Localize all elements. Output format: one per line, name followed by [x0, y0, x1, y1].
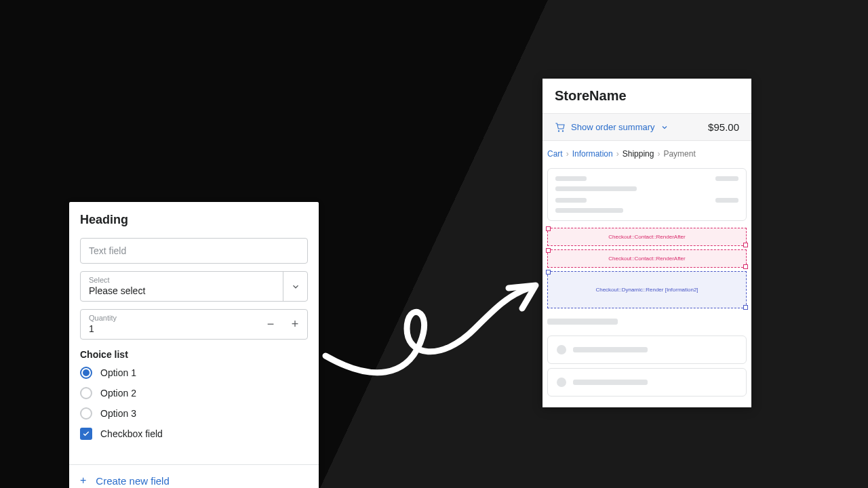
chevron-right-icon: ›: [566, 149, 569, 159]
choice-list-heading: Choice list: [80, 349, 308, 360]
create-field-button[interactable]: Create new field: [96, 475, 169, 487]
chevron-right-icon: ›: [657, 149, 660, 159]
select-chevron-icon: [283, 272, 307, 301]
select-label: Select: [89, 276, 275, 284]
text-field-input[interactable]: Text field: [80, 238, 308, 264]
quantity-label: Quantity: [89, 314, 250, 322]
checkbox-field[interactable]: Checkbox field: [80, 428, 308, 440]
quantity-plus-button[interactable]: +: [283, 310, 307, 339]
shipping-section-heading: [542, 312, 751, 331]
breadcrumb-cart[interactable]: Cart: [547, 149, 563, 159]
radio-icon: [80, 407, 92, 420]
checkbox-icon: [80, 428, 92, 440]
quantity-value: 1: [89, 323, 94, 334]
radio-label: Option 2: [100, 388, 136, 399]
shipping-option-1[interactable]: [547, 336, 747, 364]
radio-label: Option 3: [100, 408, 136, 419]
breadcrumb-payment: Payment: [663, 149, 695, 159]
checkbox-label: Checkbox field: [100, 428, 163, 439]
radio-option-2[interactable]: Option 2: [80, 387, 308, 399]
extension-zone-contact-after-1: Checkout::Contact::RenderAfter: [547, 228, 747, 246]
shipping-option-2[interactable]: [547, 368, 747, 396]
checkout-preview-panel: StoreName Show order summary $95.00 Cart…: [542, 79, 751, 407]
summary-toggle-label: Show order summary: [571, 122, 655, 132]
chevron-right-icon: ›: [616, 149, 619, 159]
order-summary-bar[interactable]: Show order summary $95.00: [542, 113, 751, 141]
radio-icon: [80, 367, 92, 379]
chevron-down-icon: [660, 123, 669, 131]
plus-icon: +: [80, 474, 86, 487]
radio-option-1[interactable]: Option 1: [80, 367, 308, 379]
cart-icon: [555, 122, 566, 133]
quantity-stepper[interactable]: Quantity 1 − +: [80, 309, 308, 340]
panel-footer: + Create new field: [69, 464, 319, 488]
form-builder-panel: Heading Text field Select Please select …: [69, 202, 319, 488]
extension-zone-contact-after-2: Checkout::Contact::RenderAfter: [547, 249, 747, 268]
checkout-breadcrumbs: Cart › Information › Shipping › Payment: [542, 141, 751, 164]
breadcrumb-shipping: Shipping: [623, 149, 654, 159]
select-value: Please select: [89, 285, 145, 296]
quantity-minus-button[interactable]: −: [258, 310, 283, 339]
text-field-placeholder: Text field: [89, 245, 126, 256]
order-total: $95.00: [708, 121, 739, 133]
radio-icon: [557, 345, 566, 354]
extension-zone-dynamic: Checkout::Dynamic::Render [Information2]: [547, 271, 747, 308]
breadcrumb-information[interactable]: Information: [572, 149, 613, 159]
radio-option-3[interactable]: Option 3: [80, 407, 308, 420]
select-field[interactable]: Select Please select: [80, 271, 308, 302]
radio-icon: [80, 387, 92, 399]
contact-info-card: [547, 168, 747, 221]
radio-label: Option 1: [100, 367, 136, 378]
store-name-heading: StoreName: [542, 79, 751, 113]
radio-icon: [557, 378, 566, 387]
form-heading: Heading: [80, 213, 308, 227]
arrow-illustration: [319, 274, 542, 390]
